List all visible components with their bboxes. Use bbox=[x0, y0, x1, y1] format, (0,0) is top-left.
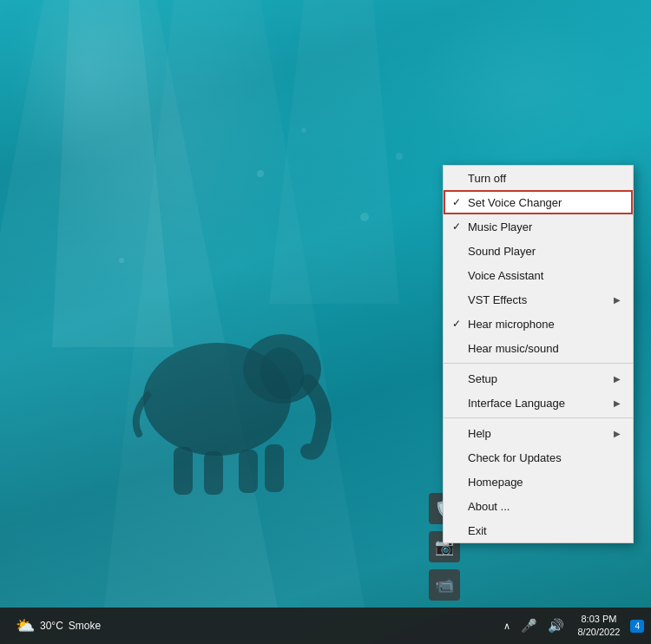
menu-label-sound-player: Sound Player bbox=[468, 245, 621, 258]
menu-item-music-player[interactable]: ✓Music Player bbox=[444, 214, 633, 239]
menu-label-exit: Exit bbox=[468, 524, 621, 537]
svg-rect-8 bbox=[204, 451, 223, 495]
video-app-icon[interactable]: 📹 bbox=[429, 569, 460, 601]
menu-arrow-vst-effects: ▶ bbox=[614, 295, 621, 305]
menu-item-turn-off[interactable]: Turn off bbox=[444, 166, 633, 190]
menu-label-set-voice-changer: Set Voice Changer bbox=[468, 196, 621, 209]
menu-item-hear-music-sound[interactable]: Hear music/sound bbox=[444, 336, 633, 360]
svg-point-12 bbox=[257, 170, 264, 177]
menu-item-exit[interactable]: Exit bbox=[444, 518, 633, 542]
menu-separator-after-interface-language bbox=[444, 417, 633, 418]
notification-badge[interactable]: 4 bbox=[630, 620, 644, 633]
menu-label-help: Help bbox=[468, 427, 614, 440]
menu-item-setup[interactable]: Setup▶ bbox=[444, 366, 633, 391]
context-menu: Turn off✓Set Voice Changer✓Music PlayerS… bbox=[443, 165, 634, 543]
menu-arrow-interface-language: ▶ bbox=[614, 398, 621, 408]
menu-check-hear-microphone: ✓ bbox=[452, 318, 468, 330]
menu-label-hear-microphone: Hear microphone bbox=[468, 318, 621, 331]
menu-item-help[interactable]: Help▶ bbox=[444, 421, 633, 445]
weather-area[interactable]: ⛅ 30°C Smoke bbox=[7, 616, 109, 635]
weather-icon: ⛅ bbox=[16, 616, 35, 635]
taskbar-left: ⛅ 30°C Smoke bbox=[0, 616, 109, 635]
menu-item-interface-language[interactable]: Interface Language▶ bbox=[444, 391, 633, 415]
menu-label-setup: Setup bbox=[468, 372, 614, 385]
menu-label-voice-assistant: Voice Assistant bbox=[468, 269, 621, 282]
clock-time: 8:03 PM bbox=[581, 613, 616, 626]
menu-label-check-updates: Check for Updates bbox=[468, 451, 621, 464]
menu-separator-after-hear-music-sound bbox=[444, 363, 633, 364]
svg-point-13 bbox=[301, 128, 306, 133]
menu-arrow-help: ▶ bbox=[614, 429, 621, 438]
clock-date: 8/20/2022 bbox=[578, 626, 621, 639]
menu-label-music-player: Music Player bbox=[468, 220, 621, 233]
menu-item-sound-player[interactable]: Sound Player bbox=[444, 239, 633, 263]
microphone-tray-icon[interactable]: 🎤 bbox=[517, 616, 541, 635]
menu-label-vst-effects: VST Effects bbox=[468, 293, 614, 306]
svg-point-15 bbox=[119, 258, 124, 263]
svg-point-14 bbox=[360, 213, 369, 221]
menu-item-check-updates[interactable]: Check for Updates bbox=[444, 445, 633, 470]
taskbar: ⛅ 30°C Smoke ∧ 🎤 🔊 8:03 PM 8/20/2022 4 bbox=[0, 608, 651, 644]
svg-point-16 bbox=[396, 153, 403, 160]
taskbar-right: ∧ 🎤 🔊 8:03 PM 8/20/2022 4 bbox=[500, 613, 652, 640]
menu-item-voice-assistant[interactable]: Voice Assistant bbox=[444, 263, 633, 287]
menu-check-set-voice-changer: ✓ bbox=[452, 196, 468, 208]
weather-condition: Smoke bbox=[69, 620, 101, 632]
menu-label-homepage: Homepage bbox=[468, 476, 621, 489]
menu-label-about: About ... bbox=[468, 500, 621, 513]
system-tray: ∧ 🎤 🔊 bbox=[500, 616, 568, 635]
clock-area[interactable]: 8:03 PM 8/20/2022 bbox=[573, 613, 626, 640]
volume-tray-icon[interactable]: 🔊 bbox=[544, 616, 568, 635]
svg-rect-10 bbox=[265, 444, 284, 492]
menu-item-vst-effects[interactable]: VST Effects▶ bbox=[444, 287, 633, 312]
menu-item-homepage[interactable]: Homepage bbox=[444, 470, 633, 494]
menu-item-about[interactable]: About ... bbox=[444, 494, 633, 518]
menu-label-turn-off: Turn off bbox=[468, 172, 621, 185]
svg-rect-9 bbox=[239, 450, 258, 493]
tray-chevron-button[interactable]: ∧ bbox=[500, 619, 514, 634]
weather-temp: 30°C bbox=[40, 620, 63, 632]
menu-label-interface-language: Interface Language bbox=[468, 397, 614, 410]
menu-label-hear-music-sound: Hear music/sound bbox=[468, 342, 621, 355]
menu-arrow-setup: ▶ bbox=[614, 374, 621, 384]
menu-item-hear-microphone[interactable]: ✓Hear microphone bbox=[444, 312, 633, 336]
menu-item-set-voice-changer[interactable]: ✓Set Voice Changer bbox=[444, 190, 633, 214]
svg-rect-7 bbox=[174, 447, 193, 495]
menu-check-music-player: ✓ bbox=[452, 220, 468, 233]
